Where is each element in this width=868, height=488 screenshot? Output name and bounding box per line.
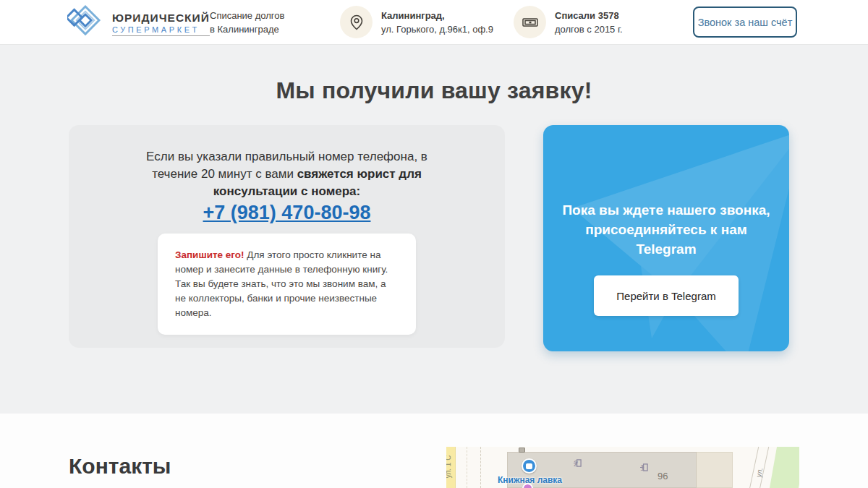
map-building-annex bbox=[697, 452, 733, 488]
telegram-line1: Пока вы ждете нашего звонка, bbox=[561, 200, 771, 220]
site-tagline: Списание долгов в Калининграде bbox=[210, 9, 284, 36]
header: ЮРИДИЧЕСКИЙ СУПЕРМАРКЕТ Списание долгов … bbox=[0, 0, 868, 45]
logo-subtitle: СУПЕРМАРКЕТ bbox=[112, 25, 210, 36]
map-building-number: 96 bbox=[658, 471, 668, 481]
logo[interactable]: ЮРИДИЧЕСКИЙ СУПЕРМАРКЕТ bbox=[67, 4, 210, 40]
map-dashed-line bbox=[467, 447, 467, 488]
map-street-label-left: ул. 1 С bbox=[446, 455, 452, 479]
telegram-button[interactable]: Перейти в Telegram bbox=[594, 275, 739, 316]
telegram-line3: Telegram bbox=[561, 239, 771, 259]
header-stats: Списали 3578 долгов с 2015 г. bbox=[514, 6, 623, 38]
location-city: Калининград, bbox=[381, 9, 493, 22]
logo-diamond-icon bbox=[67, 4, 103, 40]
header-location: Калининград, ул. Горького, д.96к1, оф.9 bbox=[340, 6, 493, 38]
map-entrance-1: 1 bbox=[640, 463, 650, 471]
contacts-title: Контакты bbox=[69, 454, 171, 479]
stats-line1: Списали 3578 bbox=[555, 9, 623, 22]
stats-line2: долгов с 2015 г. bbox=[555, 22, 623, 36]
phone-link[interactable]: +7 (981) 470-80-98 bbox=[69, 202, 505, 224]
info-text: Если вы указали правильный номер телефон… bbox=[145, 148, 429, 200]
telegram-text: Пока вы ждете нашего звонка, присоединяй… bbox=[561, 200, 771, 259]
map-entrance-2: 2 bbox=[574, 459, 583, 467]
page-title: Мы получили вашу заявку! bbox=[0, 45, 868, 104]
tagline-line2: в Калининграде bbox=[210, 22, 284, 36]
stats-text: Списали 3578 долгов с 2015 г. bbox=[555, 9, 623, 36]
tagline-line1: Списание долгов bbox=[210, 9, 284, 22]
note-card: Запишите его! Для этого просто кликните … bbox=[158, 234, 416, 335]
logo-title: ЮРИДИЧЕСКИЙ bbox=[112, 12, 210, 25]
telegram-card: Пока вы ждете нашего звонка, присоединяй… bbox=[543, 125, 789, 351]
callback-button[interactable]: Звонок за наш счёт bbox=[693, 7, 797, 38]
map-poi-bookshop-icon[interactable] bbox=[522, 458, 537, 474]
info-card: Если вы указали правильный номер телефон… bbox=[69, 125, 505, 348]
note-highlight: Запишите его! bbox=[175, 249, 244, 260]
location-address: ул. Горького, д.96к1, оф.9 bbox=[381, 22, 493, 36]
telegram-line2: присоединяйтесь к нам bbox=[561, 220, 771, 239]
banknote-icon bbox=[514, 6, 546, 38]
map-entrance-marker-icon bbox=[519, 448, 525, 453]
hero-section: Мы получили вашу заявку! Если вы указали… bbox=[0, 45, 868, 414]
logo-text: ЮРИДИЧЕСКИЙ СУПЕРМАРКЕТ bbox=[112, 9, 210, 36]
location-text: Калининград, ул. Горького, д.96к1, оф.9 bbox=[381, 9, 493, 36]
map[interactable]: ул. 1 С Книжная лавка 2 1 96 ул. bbox=[446, 447, 799, 488]
entrance-number: 2 bbox=[574, 459, 578, 468]
map-green-area bbox=[770, 447, 799, 488]
contacts-section: Контакты ул. 1 С Книжная лавка 2 1 96 bbox=[0, 414, 868, 488]
location-pin-icon bbox=[340, 6, 373, 38]
map-dashed-line bbox=[480, 447, 481, 488]
entrance-number: 1 bbox=[640, 463, 644, 472]
